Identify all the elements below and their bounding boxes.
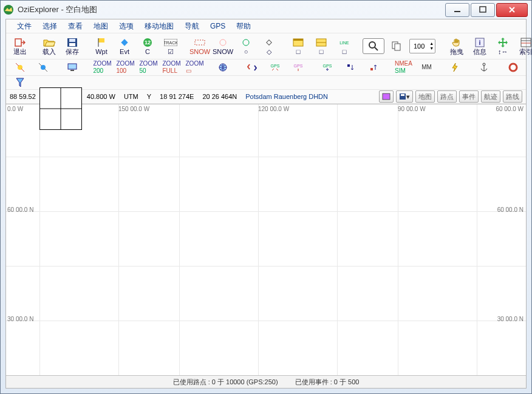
maximize-button[interactable]	[471, 3, 495, 17]
panel-wpt-button[interactable]: 路点	[437, 90, 457, 103]
copy-button[interactable]	[386, 35, 407, 57]
menu-help[interactable]: 帮助	[231, 20, 256, 33]
minimize-button[interactable]	[445, 3, 469, 17]
screen-button[interactable]	[62, 61, 83, 73]
zoom-full[interactable]: ZOOMFULL	[160, 61, 181, 73]
lon-value: 40.800 W	[87, 93, 115, 100]
wpt-button[interactable]: Wpt	[91, 35, 112, 57]
gps-pink-icon: GPS	[293, 63, 303, 72]
zoom-box[interactable]: ZOOM▭	[183, 61, 204, 73]
c-label: C	[145, 48, 150, 55]
panel-trk-button[interactable]: 航迹	[481, 90, 500, 103]
twelve-icon: 12	[143, 37, 152, 48]
svg-line-24	[375, 47, 378, 50]
drag-button[interactable]: 拖曳	[446, 35, 467, 57]
scale-spinner[interactable]: 100 ▲▼	[409, 39, 435, 53]
line-button[interactable]: LINE □	[334, 35, 355, 57]
folder-open-icon	[43, 37, 55, 48]
track-icon: TRACK	[164, 37, 177, 48]
map-canvas[interactable]: 0.0 W 150 00.0 W 120 00.0 W 90 00.0 W 60…	[6, 104, 526, 375]
circle-button[interactable]: ○	[236, 35, 256, 57]
snow1-label: SNOW	[189, 48, 210, 55]
svg-rect-47	[370, 68, 373, 70]
scale-down[interactable]: ▼	[428, 46, 435, 51]
anchor-button[interactable]	[474, 61, 494, 73]
evt-label: Evt	[120, 48, 129, 55]
vlabel-120: 120 00.0 W	[258, 106, 289, 112]
floppy-icon	[67, 37, 78, 48]
info-icon: i	[475, 37, 485, 48]
save-view-button[interactable]	[379, 90, 394, 103]
crosshair-overlay[interactable]	[39, 87, 82, 130]
menu-map[interactable]: 地图	[89, 20, 113, 33]
save-button[interactable]: 保存	[62, 35, 83, 57]
info-button[interactable]: i 信息	[469, 35, 490, 57]
menu-select[interactable]: 选择	[38, 20, 62, 33]
zoom-50[interactable]: ZOOM50	[137, 61, 158, 73]
svg-rect-9	[121, 39, 128, 46]
panel2-button[interactable]: □	[311, 35, 332, 57]
zoom-200[interactable]: ZOOM200	[91, 61, 112, 73]
svg-rect-1	[454, 11, 460, 12]
gps-red-blue[interactable]	[242, 61, 262, 73]
hlabel-30: 30 00.0 N	[7, 316, 33, 322]
zoom-tool-button[interactable]	[363, 35, 384, 57]
svg-rect-17	[267, 40, 271, 45]
panel-rte-button[interactable]: 路线	[503, 90, 522, 103]
snow1-button[interactable]: SNOW	[189, 35, 210, 57]
track-button[interactable]: TRACK ☑	[160, 35, 181, 57]
menu-move-map[interactable]: 移动地图	[140, 20, 179, 33]
edge-label: 0.0 W	[7, 106, 23, 112]
lifebuoy-button[interactable]	[503, 61, 523, 73]
evt-button[interactable]: Evt	[114, 35, 135, 57]
statusbar: 已使用路点 : 0 于 10000 (GPS:250) 已使用事件 : 0 于 …	[6, 375, 526, 388]
gps-green[interactable]: GPS	[265, 61, 285, 73]
index-button[interactable]: 索引	[516, 35, 532, 57]
menu-nav[interactable]: 导航	[180, 20, 204, 33]
svg-rect-26	[395, 44, 400, 50]
load-button[interactable]: 载入	[39, 35, 60, 57]
svg-rect-19	[293, 39, 303, 41]
sat2-button[interactable]	[33, 61, 53, 73]
zoom-100[interactable]: ZOOM100	[114, 61, 135, 73]
line-icon: LINE	[339, 37, 350, 48]
bolt-button[interactable]	[445, 61, 465, 73]
diamond-icon	[265, 37, 273, 48]
snow2-label: SNOW	[213, 48, 233, 55]
nmea-sim[interactable]: NMEASIM	[392, 61, 413, 73]
scale-up[interactable]: ▲	[428, 41, 435, 46]
gps-down2-icon	[346, 63, 355, 72]
lifebuoy-icon	[508, 63, 518, 72]
globe-button[interactable]	[213, 61, 233, 73]
dashed-box-icon	[194, 37, 205, 48]
diamond-button[interactable]: ◇	[259, 35, 279, 57]
easting: 18 91 274E	[160, 93, 194, 100]
hlabel-30r: 30 00.0 N	[497, 316, 523, 322]
anchor-icon	[480, 63, 488, 72]
menu-file[interactable]: 文件	[12, 20, 36, 33]
exit-button[interactable]: 退出	[10, 35, 30, 57]
gps-down1[interactable]: GPS	[317, 61, 338, 73]
svg-point-23	[369, 42, 375, 48]
mm-button[interactable]: MM	[415, 61, 436, 73]
svg-line-38	[39, 63, 42, 66]
vlabel-90: 90 00.0 W	[398, 106, 426, 112]
sat1-button[interactable]	[10, 61, 30, 73]
gps-up[interactable]	[363, 61, 384, 73]
arrows-button[interactable]: ↕↔	[493, 35, 513, 57]
menu-view[interactable]: 查看	[63, 20, 87, 33]
snow2-button[interactable]: SNOW	[213, 35, 233, 57]
gps-down2[interactable]	[340, 61, 361, 73]
svg-rect-5	[69, 39, 75, 42]
disk-dropdown-button[interactable]: ▾	[396, 90, 413, 103]
menu-gps[interactable]: GPS	[205, 21, 230, 32]
gps-pink[interactable]: GPS	[288, 61, 309, 73]
filter-button[interactable]	[10, 76, 30, 89]
menu-options[interactable]: 选项	[114, 20, 138, 33]
panel1-button[interactable]: □	[288, 35, 309, 57]
northing: 20 26 464N	[202, 93, 237, 100]
panel-map-button[interactable]: 地图	[415, 90, 435, 103]
close-button[interactable]	[496, 3, 528, 17]
panel-evt-button[interactable]: 事件	[459, 90, 479, 103]
twelve-button[interactable]: 12 C	[137, 35, 158, 57]
